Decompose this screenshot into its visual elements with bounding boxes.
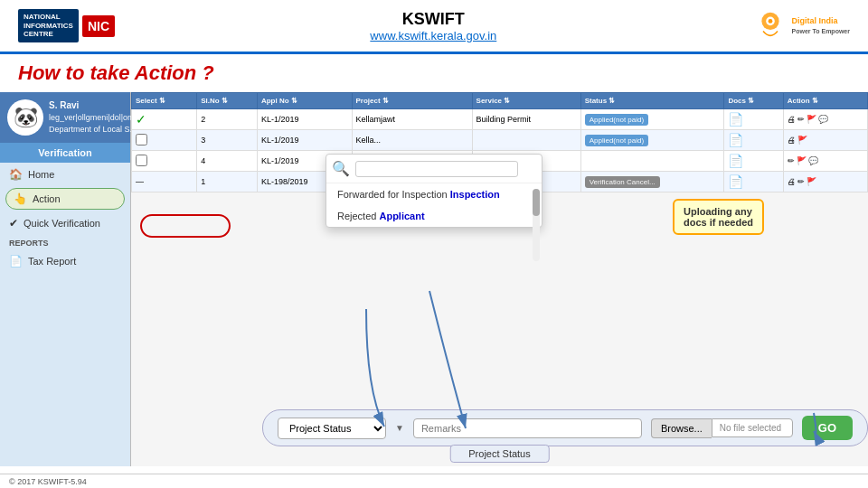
action-icons: ✏ 🚩 💬: [788, 156, 863, 165]
digital-india-logo: Digital India Power To Empower: [752, 8, 850, 44]
col-appl: Appl No ⇅: [257, 93, 352, 109]
cell-appl: KL-1/2019: [257, 109, 352, 130]
cell-service: [472, 130, 580, 151]
page-title-bar: How to take Action ?: [0, 54, 868, 92]
file-browse: Browse... No file selected: [651, 418, 793, 438]
cell-project: Kella...: [352, 130, 472, 151]
dropdown-search: 🔍: [326, 155, 542, 183]
dropdown-scrollbar-thumb: [533, 189, 540, 216]
dropdown-highlight-applicant: Applicant: [379, 211, 424, 221]
tooltip-line2: docs if needed: [684, 217, 753, 228]
project-status-label: Project Status: [449, 445, 549, 463]
cell-select: —: [132, 172, 197, 192]
chat-icon[interactable]: 💬: [808, 156, 818, 165]
svg-point-2: [768, 19, 772, 23]
sidebar-item-quick-verification[interactable]: ✔ Quick Verification: [0, 211, 130, 235]
user-detail1: leg_ver|ollgmeni|dol|om...: [49, 112, 141, 124]
doc-icon: 📄: [728, 112, 743, 127]
user-detail2: Department of Local S...: [49, 124, 141, 136]
digital-india-icon: [752, 8, 788, 44]
dropdown-search-input[interactable]: [355, 161, 518, 177]
cell-slno: 1: [197, 172, 258, 192]
header-center: KSWIFT www.kswift.kerala.gov.in: [370, 10, 496, 42]
col-slno: Sl.No ⇅: [197, 93, 258, 109]
print-icon[interactable]: 🖨: [788, 136, 796, 145]
cell-action: 🖨 🚩: [783, 130, 867, 151]
sidebar-item-tax-label: Tax Report: [28, 256, 76, 267]
table-area: Select ⇅ Sl.No ⇅ Appl No ⇅ Project ⇅ Ser…: [131, 92, 868, 466]
cell-slno: 4: [197, 151, 258, 172]
edit-icon[interactable]: ✏: [797, 177, 805, 186]
tooltip-line1: Uploading any: [684, 206, 753, 217]
sidebar-item-tax-report[interactable]: 📄 Tax Report: [0, 249, 130, 273]
user-info: S. Ravi leg_ver|ollgmeni|dol|om... Depar…: [49, 99, 141, 135]
cell-select: ✓: [132, 109, 197, 130]
print-icon[interactable]: 🖨: [788, 177, 796, 186]
cell-slno: 3: [197, 130, 258, 151]
flag-icon[interactable]: 🚩: [807, 115, 816, 124]
sidebar: 🐼 S. Ravi leg_ver|ollgmeni|dol|om... Dep…: [0, 92, 131, 466]
action-circle-overlay: [140, 214, 231, 238]
cell-docs: 📄: [724, 172, 783, 192]
sidebar-item-action[interactable]: 👆 Action: [5, 188, 125, 210]
col-status: Status ⇅: [580, 93, 724, 109]
verification-icon: ✔: [9, 217, 18, 230]
row-checkbox[interactable]: [136, 134, 147, 145]
cell-action: 🖨 ✏ 🚩 💬: [783, 109, 867, 130]
sidebar-item-home[interactable]: 🏠 Home: [0, 163, 130, 186]
dropdown-item-forwarded[interactable]: Forwarded for Inspection Inspection: [326, 183, 542, 205]
remarks-input[interactable]: [413, 418, 642, 438]
footer: © 2017 KSWIFT-5.94: [0, 474, 868, 488]
nic-logo-box: NATIONAL INFORMATICS CENTRE: [18, 9, 79, 42]
sidebar-section-header: Verification: [0, 143, 130, 163]
cell-status: Verification Cancel...: [580, 172, 724, 192]
avatar: 🐼: [7, 99, 43, 136]
dropdown-highlight-inspection: Inspection: [450, 189, 500, 200]
search-icon: 🔍: [332, 160, 350, 177]
tax-report-icon: 📄: [9, 255, 23, 267]
chat-icon[interactable]: 💬: [818, 115, 828, 124]
col-service: Service ⇅: [472, 93, 580, 109]
edit-icon[interactable]: ✏: [788, 156, 795, 165]
edit-icon[interactable]: ✏: [797, 115, 805, 124]
flag-icon[interactable]: 🚩: [797, 136, 807, 145]
status-badge: Verification Cancel...: [585, 176, 660, 188]
sidebar-user: 🐼 S. Ravi leg_ver|ollgmeni|dol|om... Dep…: [0, 92, 130, 143]
action-icon: 👆: [14, 192, 27, 205]
dropdown-item-rejected[interactable]: Rejected Applicant: [326, 205, 542, 227]
action-icons: 🖨 🚩: [788, 136, 863, 145]
dropdown-scrollbar[interactable]: [533, 189, 540, 261]
action-icons: 🖨 ✏ 🚩: [788, 177, 863, 186]
cell-select: [132, 130, 197, 151]
row-checkbox[interactable]: [136, 155, 147, 166]
print-icon[interactable]: 🖨: [788, 115, 796, 124]
status-badge: Applied(not paid): [585, 135, 648, 146]
flag-icon[interactable]: 🚩: [807, 177, 816, 186]
doc-icon: 📄: [728, 154, 743, 168]
project-status-select[interactable]: Project Status: [278, 418, 386, 439]
header: NATIONAL INFORMATICS CENTRE NIC KSWIFT w…: [0, 0, 868, 54]
dropdown-arrow: ▼: [395, 423, 404, 433]
action-icons: 🖨 ✏ 🚩 💬: [788, 115, 863, 124]
col-docs: Docs ⇅: [724, 93, 783, 109]
flag-icon[interactable]: 🚩: [797, 156, 807, 165]
browse-button[interactable]: Browse...: [651, 418, 712, 438]
cell-status: [580, 151, 724, 172]
col-project: Project ⇅: [352, 93, 472, 109]
cell-service: Building Permit: [472, 109, 580, 130]
bottom-bar: Project Status ▼ Browse... No file selec…: [262, 409, 868, 446]
digital-india-text: Digital India Power To Empower: [792, 16, 850, 35]
sidebar-item-home-label: Home: [28, 169, 54, 180]
cell-status: Applied(not paid): [580, 130, 724, 151]
go-button[interactable]: GO: [802, 416, 853, 440]
tooltip-balloon: Uploading any docs if needed: [673, 199, 764, 235]
main-content: 🐼 S. Ravi leg_ver|ollgmeni|dol|om... Dep…: [0, 92, 868, 466]
reports-section-label: REPORTS: [0, 235, 130, 249]
nic-abbr: NIC: [82, 15, 115, 37]
status-badge: Applied(not paid): [585, 114, 648, 126]
table-row: ✓ 2 KL-1/2019 Kellamjawt Building Permit…: [132, 109, 868, 130]
user-name: S. Ravi: [49, 99, 141, 112]
dropdown-popup: 🔍 Forwarded for Inspection Inspection Re…: [326, 154, 542, 228]
col-select: Select ⇅: [132, 93, 197, 109]
sidebar-item-qv-label: Quick Verification: [24, 218, 100, 229]
